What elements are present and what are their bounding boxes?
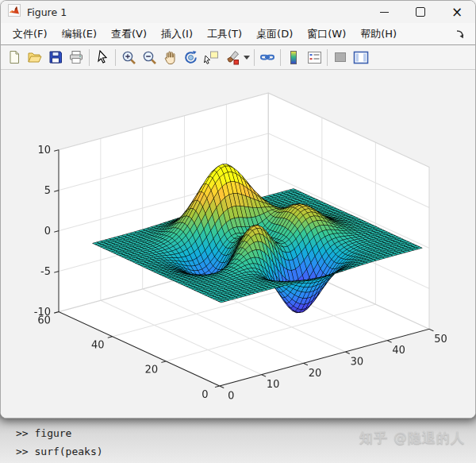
toolbar-separator xyxy=(327,49,328,66)
hide-plot-tools-button[interactable] xyxy=(330,48,351,68)
hand-icon xyxy=(163,50,177,65)
toolbar-separator xyxy=(254,49,255,66)
print-figure-button[interactable] xyxy=(66,48,86,68)
surface-plot-canvas[interactable] xyxy=(1,70,476,419)
zoom-out-button[interactable] xyxy=(139,48,159,68)
colorbar-icon xyxy=(288,50,299,65)
toolbar-separator xyxy=(115,49,116,66)
plot-area xyxy=(1,70,476,419)
figure-toolbar xyxy=(1,45,475,70)
matlab-logo-icon xyxy=(8,4,21,20)
minimize-button[interactable] xyxy=(366,1,402,23)
zoom-in-icon xyxy=(121,50,136,65)
close-button[interactable]: × xyxy=(439,1,475,23)
insert-legend-button[interactable] xyxy=(304,48,324,68)
pointer-arrow-icon xyxy=(96,50,109,64)
title-bar[interactable]: Figure 1 × xyxy=(1,1,475,23)
maximize-button[interactable] xyxy=(402,1,439,23)
legend-icon xyxy=(307,51,322,64)
pan-button[interactable] xyxy=(159,48,180,68)
menu-edit[interactable]: 编辑(E) xyxy=(55,27,104,41)
menu-file[interactable]: 文件(F) xyxy=(6,27,55,41)
zoom-out-icon xyxy=(142,50,157,65)
matlab-command-window: >> figure >> surf(peaks) 知乎 @隐退的人 xyxy=(0,413,476,463)
brush-icon xyxy=(225,50,240,65)
figure-window: Figure 1 × 文件(F) 编辑(E) 查看(V) 插入(I) 工具(T)… xyxy=(0,0,476,419)
command-line: >> surf(peaks) xyxy=(16,446,103,457)
maximize-icon xyxy=(416,7,425,17)
menu-desktop[interactable]: 桌面(D) xyxy=(249,27,300,41)
show-plot-tools-button[interactable] xyxy=(351,48,371,68)
watermark: 知乎 @隐退的人 xyxy=(359,429,465,447)
edit-plot-button[interactable] xyxy=(92,48,113,68)
rotate-3d-button[interactable] xyxy=(180,48,201,68)
command-line: >> figure xyxy=(16,427,71,439)
open-file-button[interactable] xyxy=(25,48,45,68)
printer-icon xyxy=(68,50,84,64)
chevron-down-icon xyxy=(244,56,250,60)
screenshot-root: >> figure >> surf(peaks) 知乎 @隐退的人 Figure… xyxy=(0,0,476,463)
window-controls: × xyxy=(366,1,475,23)
minimize-icon xyxy=(380,12,389,13)
insert-colorbar-button[interactable] xyxy=(283,48,304,68)
window-title: Figure 1 xyxy=(27,6,67,18)
dock-figure-button[interactable] xyxy=(455,29,470,39)
menu-view[interactable]: 查看(V) xyxy=(104,27,154,41)
menu-tools[interactable]: 工具(T) xyxy=(200,27,249,41)
brush-dropdown-button[interactable] xyxy=(242,48,251,68)
data-cursor-button[interactable] xyxy=(201,48,221,68)
rotate-3d-icon xyxy=(183,50,198,65)
menu-insert[interactable]: 插入(I) xyxy=(154,27,200,41)
zoom-in-button[interactable] xyxy=(118,48,139,68)
menu-help[interactable]: 帮助(H) xyxy=(353,27,404,41)
save-floppy-icon xyxy=(48,50,63,64)
menu-bar: 文件(F) 编辑(E) 查看(V) 插入(I) 工具(T) 桌面(D) 窗口(W… xyxy=(1,23,475,45)
close-icon: × xyxy=(451,6,463,19)
show-plot-tools-icon xyxy=(353,51,369,64)
open-folder-icon xyxy=(27,50,43,64)
data-cursor-icon xyxy=(204,50,219,65)
new-document-icon xyxy=(7,50,21,64)
dock-arrow-icon xyxy=(455,29,465,39)
link-chain-icon xyxy=(259,51,275,64)
hide-plot-tools-icon xyxy=(333,51,347,64)
link-plots-button[interactable] xyxy=(257,48,278,68)
toolbar-separator xyxy=(89,49,90,66)
toolbar-separator xyxy=(280,49,281,66)
brush-data-button[interactable] xyxy=(221,48,242,68)
save-figure-button[interactable] xyxy=(45,48,66,68)
menu-window[interactable]: 窗口(W) xyxy=(300,27,353,41)
new-figure-button[interactable] xyxy=(4,48,25,68)
